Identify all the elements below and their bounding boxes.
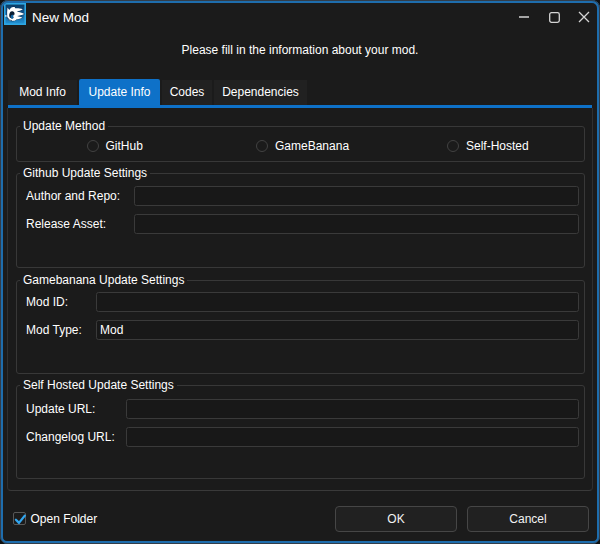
mod-id-input[interactable] xyxy=(96,292,579,312)
gamebanana-settings-legend: Gamebanana Update Settings xyxy=(20,273,187,288)
open-folder-checkbox[interactable]: Open Folder xyxy=(13,512,98,526)
titlebar: New Mod xyxy=(2,2,598,36)
open-folder-label: Open Folder xyxy=(31,512,98,526)
tab-update-info[interactable]: Update Info xyxy=(79,79,160,105)
new-mod-dialog: New Mod Please fill in the information a… xyxy=(0,0,600,544)
self-hosted-settings-legend: Self Hosted Update Settings xyxy=(20,378,177,393)
update-url-label: Update URL: xyxy=(26,399,95,420)
update-method-legend: Update Method xyxy=(20,119,108,134)
tab-dependencies[interactable]: Dependencies xyxy=(214,80,307,105)
release-asset-label: Release Asset: xyxy=(26,214,106,235)
radio-gamebanana-label: GameBanana xyxy=(275,139,349,153)
minimize-button[interactable] xyxy=(509,2,539,32)
changelog-url-input[interactable] xyxy=(126,427,579,447)
app-icon xyxy=(4,3,26,25)
open-folder-checkbox-box[interactable] xyxy=(13,512,26,525)
radio-gamebanana[interactable]: GameBanana xyxy=(256,139,349,153)
minimize-icon xyxy=(519,12,529,22)
changelog-url-label: Changelog URL: xyxy=(26,427,115,448)
mod-type-input[interactable] xyxy=(96,320,579,340)
github-settings-group: Github Update Settings Author and Repo: … xyxy=(16,173,585,268)
tab-codes[interactable]: Codes xyxy=(162,80,212,105)
update-info-panel: Update Method GitHub GameBanana Self-Hos… xyxy=(7,108,593,492)
close-icon xyxy=(578,11,590,23)
window-title: New Mod xyxy=(32,10,89,25)
radio-gamebanana-circle[interactable] xyxy=(256,140,268,152)
author-repo-label: Author and Repo: xyxy=(26,186,120,207)
footer: Open Folder OK Cancel xyxy=(2,495,598,542)
update-method-group: Update Method GitHub GameBanana Self-Hos… xyxy=(16,126,585,162)
radio-github-circle[interactable] xyxy=(87,140,99,152)
radio-self-hosted-label: Self-Hosted xyxy=(466,139,529,153)
tab-mod-info[interactable]: Mod Info xyxy=(8,80,77,105)
dialog-subtitle: Please fill in the information about you… xyxy=(2,43,598,57)
update-url-input[interactable] xyxy=(126,399,579,419)
radio-self-hosted[interactable]: Self-Hosted xyxy=(447,139,529,153)
close-button[interactable] xyxy=(569,2,599,32)
mod-id-label: Mod ID: xyxy=(26,292,68,313)
gamebanana-settings-group: Gamebanana Update Settings Mod ID: Mod T… xyxy=(16,280,585,374)
author-repo-input[interactable] xyxy=(134,186,579,206)
cancel-button[interactable]: Cancel xyxy=(467,506,589,532)
mod-type-label: Mod Type: xyxy=(26,320,82,341)
tab-bar: Mod Info Update Info Codes Dependencies xyxy=(8,79,309,105)
check-icon xyxy=(14,513,27,526)
radio-github-label: GitHub xyxy=(106,139,143,153)
maximize-button[interactable] xyxy=(539,2,569,32)
maximize-icon xyxy=(549,12,560,23)
ok-button[interactable]: OK xyxy=(335,506,457,532)
radio-github[interactable]: GitHub xyxy=(87,139,143,153)
radio-self-hosted-circle[interactable] xyxy=(447,140,459,152)
release-asset-input[interactable] xyxy=(134,214,579,234)
github-settings-legend: Github Update Settings xyxy=(20,166,150,181)
self-hosted-settings-group: Self Hosted Update Settings Update URL: … xyxy=(16,385,585,479)
